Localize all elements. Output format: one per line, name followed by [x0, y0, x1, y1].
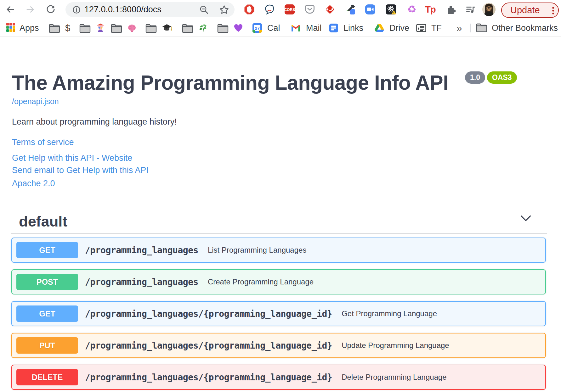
react-devtools-icon[interactable] — [386, 4, 396, 15]
folder-icon — [145, 23, 157, 33]
bookmark-label: Drive — [389, 23, 409, 33]
dollar-icon: $ — [65, 23, 70, 33]
endpoint-path: /programming_languages — [85, 245, 198, 255]
method-badge[interactable]: DELETE — [16, 369, 78, 385]
endpoint-summary: Update Programming Language — [342, 341, 449, 350]
endpoint-summary: List Programming Languages — [208, 246, 307, 255]
media-playlist-icon[interactable] — [465, 4, 476, 15]
method-badge[interactable]: PUT — [16, 337, 78, 354]
browser-toolbar: 127.0.0.1:8000/docs CORS♻Tp Update — [0, 0, 561, 20]
bookmark-item[interactable]: Drive — [374, 20, 409, 36]
cors-icon[interactable]: CORS — [284, 4, 295, 15]
docs-icon — [329, 23, 338, 33]
video-camera-icon[interactable] — [365, 4, 376, 15]
herb-icon — [198, 23, 208, 33]
recycle-icon[interactable]: ♻ — [406, 4, 417, 15]
update-button[interactable]: Update — [501, 3, 559, 18]
bookmark-item[interactable]: Mail — [290, 20, 322, 36]
endpoint-path: /programming_languages — [85, 277, 198, 287]
bookmark-item[interactable]: 27Cal — [252, 20, 280, 36]
folder-icon — [49, 23, 60, 33]
url-text[interactable]: 127.0.0.1:8000/docs — [84, 5, 162, 14]
section-divider — [11, 233, 547, 234]
folder-icon — [79, 23, 91, 33]
oas3-badge: OAS3 — [487, 71, 517, 84]
bookmark-item[interactable] — [182, 20, 208, 36]
version-badge: 1.0 — [465, 71, 485, 84]
bookmark-item[interactable] — [145, 20, 172, 36]
collapse-section-icon[interactable] — [520, 215, 531, 222]
method-badge[interactable]: GET — [16, 242, 78, 258]
drive-icon — [374, 24, 384, 32]
folder-icon — [182, 23, 193, 33]
pocket-icon[interactable] — [304, 4, 315, 15]
tampermonkey-icon[interactable]: Tp — [425, 4, 436, 15]
method-badge[interactable]: GET — [16, 305, 78, 322]
grad-cap-icon — [162, 23, 172, 33]
bookmarks-bar: Apps $27CalMailLinksDriveTF » Other Book… — [0, 20, 561, 37]
speech-bubble-icon[interactable] — [264, 4, 275, 15]
endpoint-summary: Delete Programming Language — [342, 373, 447, 382]
endpoint-row[interactable]: GET /programming_languages/{programming_… — [11, 301, 546, 326]
svg-text:CORS: CORS — [284, 8, 295, 12]
endpoint-summary: Get Programming Language — [342, 309, 437, 318]
apps-grid-icon — [6, 23, 15, 33]
bookmark-label: Mail — [306, 23, 322, 33]
tag-section-title[interactable]: default — [19, 213, 67, 230]
gmail-icon — [290, 24, 301, 32]
bookmark-label: Links — [343, 23, 363, 33]
bookmark-star-icon[interactable] — [219, 4, 230, 15]
back-button[interactable] — [5, 4, 15, 15]
openapi-spec-link[interactable]: /openapi.json — [12, 97, 59, 106]
endpoint-row[interactable]: PUT /programming_languages/{programming_… — [11, 333, 546, 358]
apps-label: Apps — [20, 23, 39, 33]
bookmark-item[interactable]: Links — [329, 20, 363, 36]
profile-avatar[interactable] — [482, 3, 496, 16]
bookmark-item[interactable]: $ — [49, 20, 70, 36]
browser-menu-icon[interactable] — [547, 4, 559, 18]
bookmark-apps[interactable]: Apps — [6, 20, 39, 36]
purple-heart-icon — [234, 24, 243, 32]
folder-icon — [217, 23, 229, 33]
other-bookmarks-label: Other Bookmarks — [492, 23, 558, 33]
website-help-link[interactable]: Get Help with this API - Website — [12, 152, 149, 164]
endpoint-summary: Create Programming Language — [208, 277, 314, 286]
bookmark-item[interactable]: TF — [416, 20, 442, 36]
red-diamond-icon[interactable] — [325, 4, 335, 15]
bookmark-item[interactable] — [111, 20, 137, 36]
endpoint-row[interactable]: POST /programming_languages Create Progr… — [11, 269, 546, 294]
endpoint-path: /programming_languages/{programming_lang… — [85, 309, 332, 319]
brain-icon — [127, 23, 137, 33]
bookmark-item[interactable] — [79, 20, 105, 36]
folder-icon — [111, 23, 122, 33]
stop-hand-icon[interactable] — [244, 4, 255, 15]
color-picker-icon[interactable] — [345, 4, 355, 15]
other-bookmarks[interactable]: Other Bookmarks — [476, 20, 558, 36]
page-info-icon[interactable] — [71, 4, 82, 15]
carousel-icon — [96, 23, 105, 33]
bookmark-label: Cal — [267, 23, 280, 33]
update-label: Update — [510, 5, 540, 15]
bookmark-label: TF — [431, 23, 442, 33]
endpoint-row[interactable]: GET /programming_languages List Programm… — [11, 238, 546, 263]
api-title: The Amazing Programming Language Info AP… — [12, 73, 448, 93]
reload-button[interactable] — [45, 4, 56, 15]
forward-button[interactable] — [25, 4, 36, 15]
endpoint-path: /programming_languages/{programming_lang… — [85, 340, 332, 351]
api-description: Learn about programming language history… — [12, 117, 177, 127]
license-link[interactable]: Apache 2.0 — [12, 179, 55, 188]
zoom-out-icon[interactable] — [199, 4, 209, 15]
contact-card-icon — [416, 24, 426, 32]
endpoint-path: /programming_languages/{programming_lang… — [85, 372, 332, 383]
url-bar[interactable]: 127.0.0.1:8000/docs — [65, 2, 235, 17]
puzzle-extensions-icon[interactable] — [445, 4, 456, 15]
svg-text:27: 27 — [255, 26, 260, 31]
terms-of-service-link[interactable]: Terms of service — [12, 137, 74, 147]
bookmarks-overflow-chevron[interactable]: » — [456, 20, 462, 36]
email-help-link[interactable]: Send email to Get Help with this API — [12, 164, 149, 176]
folder-icon — [476, 23, 487, 33]
bookmarks-divider — [470, 24, 471, 32]
method-badge[interactable]: POST — [16, 274, 78, 290]
endpoint-row[interactable]: DELETE /programming_languages/{programmi… — [11, 365, 546, 390]
bookmark-item[interactable] — [217, 20, 243, 36]
